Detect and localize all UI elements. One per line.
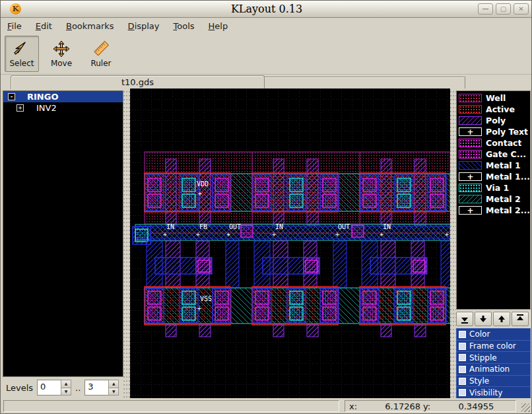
property-row-stipple[interactable]: Stipple bbox=[456, 351, 531, 363]
label-origin-marker: + bbox=[335, 231, 339, 238]
layer-row-well[interactable]: Well bbox=[457, 92, 530, 104]
menu-item-bookmarks[interactable]: Bookmarks bbox=[66, 21, 114, 31]
property-row-color[interactable]: Color bbox=[456, 328, 531, 340]
layer-name: Metal 1 bbox=[486, 160, 521, 170]
menu-item-edit[interactable]: Edit bbox=[36, 21, 52, 31]
layer-row-poly-text[interactable]: +Poly Text bbox=[457, 126, 530, 137]
levels-label: Levels bbox=[6, 383, 33, 393]
menu-item-help[interactable]: Help bbox=[209, 21, 228, 31]
label-origin-marker: + bbox=[445, 231, 449, 238]
cell-tree-panel: -RINGO+INV2 bbox=[3, 90, 123, 377]
expand-icon[interactable]: + bbox=[17, 104, 24, 112]
layer-swatch-icon[interactable] bbox=[459, 116, 482, 125]
move-up-button[interactable] bbox=[493, 312, 510, 326]
layer-swatch-icon[interactable]: + bbox=[459, 127, 482, 136]
tab-t10gds[interactable]: t10.gds bbox=[11, 75, 265, 89]
label-origin-marker: + bbox=[272, 231, 276, 238]
layer-row-via-1[interactable]: Via 1 bbox=[457, 182, 530, 193]
level-from-spinbox[interactable]: 0 ▲ ▼ bbox=[37, 380, 71, 396]
select-tool-label: Select bbox=[9, 59, 34, 68]
property-checkbox[interactable] bbox=[459, 354, 466, 361]
property-checkbox[interactable] bbox=[459, 378, 466, 385]
level-to-spinbox[interactable]: 3 ▲ ▼ bbox=[84, 380, 119, 396]
property-row-animation[interactable]: Animation bbox=[456, 363, 531, 375]
status-message-area bbox=[3, 400, 339, 412]
property-row-frame-color[interactable]: Frame color bbox=[456, 340, 531, 352]
level-from-down-button[interactable]: ▼ bbox=[61, 388, 71, 396]
property-checkbox[interactable] bbox=[459, 331, 466, 338]
layer-swatch-icon[interactable] bbox=[459, 139, 482, 147]
close-button[interactable]: ✕ bbox=[514, 3, 529, 15]
layer-name: Metal 1... bbox=[486, 172, 530, 182]
move-down-icon bbox=[479, 314, 488, 324]
label-origin-marker: + bbox=[163, 231, 167, 238]
layer-row-contact[interactable]: Contact bbox=[457, 137, 530, 149]
layer-swatch-icon[interactable] bbox=[459, 161, 482, 170]
net-label-in: IN bbox=[383, 223, 391, 230]
level-from-value[interactable]: 0 bbox=[37, 380, 61, 396]
text-layer-marker-icon: + bbox=[467, 129, 473, 135]
net-label-out: OUT bbox=[229, 223, 241, 230]
maximize-button[interactable]: ▢ bbox=[496, 3, 511, 15]
layer-swatch-icon[interactable]: + bbox=[459, 172, 482, 181]
net-label-vss: VSS bbox=[200, 295, 212, 302]
property-row-style[interactable]: Style bbox=[456, 375, 531, 387]
level-to-value[interactable]: 3 bbox=[84, 380, 108, 396]
move-tool-button[interactable]: Move bbox=[44, 36, 79, 72]
move-icon bbox=[53, 40, 70, 57]
menu-item-file[interactable]: File bbox=[7, 21, 22, 31]
layer-swatch-icon[interactable] bbox=[459, 150, 482, 158]
layer-row-metal-1[interactable]: Metal 1 bbox=[457, 160, 530, 171]
tree-item-inv2[interactable]: +INV2 bbox=[3, 102, 123, 114]
resize-grip[interactable] bbox=[521, 403, 530, 412]
move-to-top-button[interactable] bbox=[512, 312, 529, 326]
property-checkbox[interactable] bbox=[459, 343, 466, 350]
property-label: Stipple bbox=[469, 353, 497, 362]
level-from-up-button[interactable]: ▲ bbox=[61, 380, 71, 388]
menu-item-display[interactable]: Display bbox=[128, 21, 160, 31]
layout-canvas[interactable]: VDD+VSS+IN+FB+OUT+IN+OUT+IN++ bbox=[130, 88, 450, 398]
move-down-button[interactable] bbox=[475, 312, 492, 326]
tab-bar-empty bbox=[265, 77, 465, 89]
property-label: Frame color bbox=[469, 341, 516, 351]
property-checkbox[interactable] bbox=[459, 389, 466, 396]
layer-row-active[interactable]: Active bbox=[457, 104, 530, 115]
layer-name: Metal 2 bbox=[486, 194, 521, 204]
title-bar[interactable]: K KLayout 0.13 — ▢ ✕ bbox=[1, 1, 532, 18]
move-to-bottom-button[interactable] bbox=[456, 312, 473, 326]
layer-name: Metal 2... bbox=[486, 205, 530, 215]
text-layer-marker-icon: + bbox=[467, 174, 473, 180]
collapse-icon[interactable]: - bbox=[8, 93, 15, 100]
select-tool-button[interactable]: Select bbox=[5, 36, 39, 72]
window-title: KLayout 0.13 bbox=[1, 3, 532, 15]
tree-item-ringo[interactable]: -RINGO bbox=[3, 91, 123, 102]
layer-row-gate-c-[interactable]: Gate C... bbox=[457, 149, 530, 160]
layer-swatch-icon[interactable]: + bbox=[459, 206, 482, 215]
property-checkbox[interactable] bbox=[459, 366, 466, 373]
minimize-button[interactable]: — bbox=[478, 3, 493, 15]
layer-swatch-icon[interactable] bbox=[459, 195, 482, 203]
net-label-out: OUT bbox=[338, 223, 350, 230]
level-to-down-button[interactable]: ▼ bbox=[109, 388, 118, 396]
layer-swatch-icon[interactable] bbox=[459, 94, 482, 102]
ruler-tool-button[interactable]: Ruler bbox=[84, 36, 118, 72]
menu-item-tools[interactable]: Tools bbox=[174, 21, 195, 31]
layer-name: Gate C... bbox=[486, 149, 526, 159]
tab-bar: t10.gds bbox=[1, 75, 532, 88]
layer-order-buttons bbox=[456, 312, 531, 328]
ruler-icon bbox=[92, 40, 110, 57]
layer-row-metal-1-[interactable]: +Metal 1... bbox=[457, 171, 530, 182]
layer-name: Poly Text bbox=[486, 127, 528, 137]
tree-canvas-splitter[interactable] bbox=[123, 88, 130, 398]
layer-list: WellActivePoly+Poly TextContactGate C...… bbox=[456, 90, 531, 310]
layer-name: Via 1 bbox=[486, 183, 509, 193]
layer-row-metal-2[interactable]: Metal 2 bbox=[457, 193, 530, 205]
layer-swatch-icon[interactable] bbox=[459, 184, 482, 192]
property-row-visibility[interactable]: Visibility bbox=[456, 386, 531, 398]
layer-row-metal-2-[interactable]: +Metal 2... bbox=[457, 205, 530, 216]
layer-row-poly[interactable]: Poly bbox=[457, 115, 530, 126]
klayout-logo-icon: K bbox=[10, 3, 21, 15]
level-to-up-button[interactable]: ▲ bbox=[109, 380, 118, 388]
layer-swatch-icon[interactable] bbox=[459, 105, 482, 114]
label-origin-marker: + bbox=[226, 231, 230, 238]
